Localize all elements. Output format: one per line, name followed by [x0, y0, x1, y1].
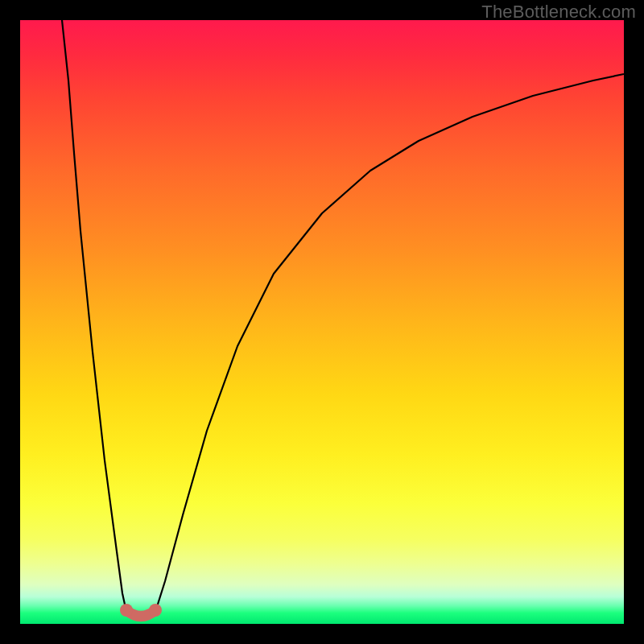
chart-frame: TheBottleneck.com — [0, 0, 644, 644]
bottleneck-curve — [62, 20, 624, 617]
valley-marker-left — [120, 604, 133, 617]
curve-layer — [20, 20, 624, 624]
valley-marker-right — [149, 604, 162, 617]
plot-area — [20, 20, 624, 624]
watermark-text: TheBottleneck.com — [481, 2, 636, 23]
